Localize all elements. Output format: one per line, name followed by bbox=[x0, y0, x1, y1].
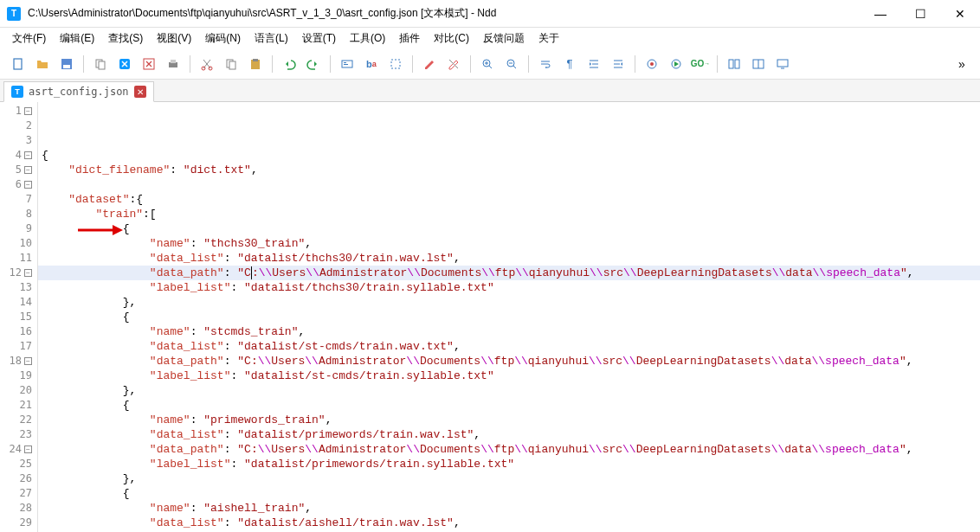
close-doc-icon[interactable] bbox=[113, 53, 136, 75]
code-line[interactable]: "data_list": "datalist/primewords/train.… bbox=[38, 427, 980, 442]
fold-icon[interactable]: − bbox=[24, 445, 32, 453]
monitor-icon[interactable] bbox=[771, 53, 794, 75]
line-number: 27 bbox=[0, 486, 37, 501]
fold-icon[interactable]: − bbox=[24, 357, 32, 365]
menu-item[interactable]: 编码(N) bbox=[198, 29, 248, 48]
svg-rect-27 bbox=[777, 60, 788, 67]
print-icon[interactable] bbox=[162, 53, 184, 75]
undo-icon[interactable] bbox=[278, 53, 300, 75]
menu-item[interactable]: 语言(L) bbox=[248, 29, 295, 48]
go-icon[interactable]: GO→ bbox=[689, 53, 712, 75]
close-button[interactable]: ✕ bbox=[940, 0, 980, 28]
line-number: 6− bbox=[0, 177, 37, 192]
wrap-icon[interactable] bbox=[534, 53, 557, 75]
fold-icon[interactable]: − bbox=[24, 166, 32, 174]
highlight-icon[interactable] bbox=[418, 53, 441, 75]
line-number: 3 bbox=[0, 133, 37, 148]
menu-item[interactable]: 文件(F) bbox=[5, 29, 53, 48]
line-number: 17 bbox=[0, 339, 37, 354]
play-icon[interactable] bbox=[665, 53, 687, 75]
copy-icon[interactable] bbox=[89, 53, 112, 75]
app-icon: T bbox=[7, 7, 21, 21]
menu-item[interactable]: 关于 bbox=[532, 29, 566, 48]
menu-item[interactable]: 设置(T) bbox=[295, 29, 343, 48]
fold-icon[interactable]: − bbox=[24, 269, 32, 277]
record-icon[interactable] bbox=[641, 53, 663, 75]
menu-item[interactable]: 插件 bbox=[392, 29, 427, 48]
new-file-icon[interactable] bbox=[7, 53, 29, 75]
code-line[interactable]: "dict_filename": "dict.txt", bbox=[38, 163, 980, 177]
code-line[interactable]: "label_list": "datalist/thchs30/train.sy… bbox=[38, 280, 980, 295]
code-line[interactable]: "data_list": "datalist/st-cmds/train.wav… bbox=[38, 339, 980, 354]
redo-icon[interactable] bbox=[302, 53, 325, 75]
fold-icon[interactable]: − bbox=[24, 181, 32, 189]
menu-item[interactable]: 编辑(E) bbox=[53, 29, 101, 48]
toolbar-separator bbox=[635, 55, 635, 73]
clear-highlight-icon[interactable] bbox=[442, 53, 465, 75]
paste-icon[interactable] bbox=[244, 53, 267, 75]
line-number: 7 bbox=[0, 192, 37, 207]
code-line[interactable]: "name": "thchs30_train", bbox=[38, 236, 980, 251]
code-line[interactable]: }, bbox=[38, 295, 980, 310]
save-icon[interactable] bbox=[55, 53, 78, 75]
menu-item[interactable]: 工具(O) bbox=[343, 29, 392, 48]
line-number: 21 bbox=[0, 398, 37, 413]
code-line[interactable]: "label_list": "datalist/st-cmds/train.sy… bbox=[38, 369, 980, 383]
line-number: 20 bbox=[0, 383, 37, 398]
svg-rect-8 bbox=[171, 60, 176, 63]
zoom-out-icon[interactable] bbox=[500, 53, 523, 75]
code-line[interactable]: "train":[ bbox=[38, 207, 980, 221]
code-line[interactable]: "data_path": "C:\\Users\\Administrator\\… bbox=[38, 354, 980, 369]
fold-icon[interactable]: − bbox=[24, 107, 32, 115]
code-line[interactable]: { bbox=[38, 148, 980, 163]
menu-item[interactable]: 查找(S) bbox=[101, 29, 150, 48]
bookmark-icon[interactable] bbox=[384, 53, 407, 75]
code-line[interactable] bbox=[38, 177, 980, 192]
tabbar: T asrt_config.json ✕ bbox=[0, 80, 980, 102]
titlebar: T C:\Users\Administrator\Documents\ftp\q… bbox=[0, 0, 980, 28]
code-line[interactable]: "data_path": "C:\\Users\\Administrator\\… bbox=[38, 266, 980, 280]
code-line[interactable]: "name": "stcmds_train", bbox=[38, 324, 980, 339]
code-line[interactable]: "data_path": "C:\\Users\\Administrator\\… bbox=[38, 442, 980, 457]
tab-file[interactable]: T asrt_config.json ✕ bbox=[3, 81, 154, 102]
close-all-icon[interactable] bbox=[138, 53, 160, 75]
code-line[interactable]: "data_list": "datalist/aishell/train.wav… bbox=[38, 516, 980, 530]
code-line[interactable]: { bbox=[38, 310, 980, 324]
whitespace-icon[interactable]: ¶ bbox=[558, 53, 581, 75]
code-line[interactable]: "dataset":{ bbox=[38, 192, 980, 207]
code-line[interactable]: "data_list": "datalist/thchs30/train.wav… bbox=[38, 251, 980, 266]
open-file-icon[interactable] bbox=[31, 53, 54, 75]
tab-close-icon[interactable]: ✕ bbox=[134, 86, 146, 98]
split2-icon[interactable] bbox=[747, 53, 770, 75]
svg-rect-12 bbox=[229, 61, 235, 69]
code-area[interactable]: { "dict_filename": "dict.txt", "dataset"… bbox=[38, 102, 980, 532]
menu-item[interactable]: 反馈问题 bbox=[476, 29, 532, 48]
fold-icon[interactable]: − bbox=[24, 151, 32, 159]
code-line[interactable]: { bbox=[38, 486, 980, 501]
svg-rect-16 bbox=[344, 62, 346, 63]
outdent-icon[interactable] bbox=[607, 53, 629, 75]
toolbar-overflow[interactable]: » bbox=[951, 53, 973, 75]
menu-item[interactable]: 视图(V) bbox=[150, 29, 198, 48]
copy2-icon[interactable] bbox=[220, 53, 242, 75]
indent-icon[interactable] bbox=[583, 53, 605, 75]
menu-item[interactable]: 对比(C) bbox=[427, 29, 476, 48]
code-line[interactable]: }, bbox=[38, 383, 980, 398]
code-line[interactable]: }, bbox=[38, 471, 980, 486]
code-line[interactable]: "name": "aishell_train", bbox=[38, 501, 980, 516]
line-number: 1− bbox=[0, 104, 37, 119]
cut-icon[interactable] bbox=[196, 53, 218, 75]
replace-icon[interactable]: ba bbox=[360, 53, 383, 75]
minimize-button[interactable]: — bbox=[861, 0, 900, 28]
code-line[interactable]: "label_list": "datalist/primewords/train… bbox=[38, 457, 980, 471]
zoom-in-icon[interactable] bbox=[476, 53, 499, 75]
code-line[interactable]: { bbox=[38, 398, 980, 413]
code-line[interactable]: { bbox=[38, 221, 980, 236]
find-icon[interactable] bbox=[336, 53, 358, 75]
code-line[interactable]: "name": "primewords_train", bbox=[38, 413, 980, 427]
line-number: 13 bbox=[0, 280, 37, 295]
svg-rect-24 bbox=[729, 60, 733, 68]
maximize-button[interactable]: ☐ bbox=[900, 0, 940, 28]
svg-rect-0 bbox=[14, 59, 22, 69]
split-icon[interactable] bbox=[723, 53, 745, 75]
